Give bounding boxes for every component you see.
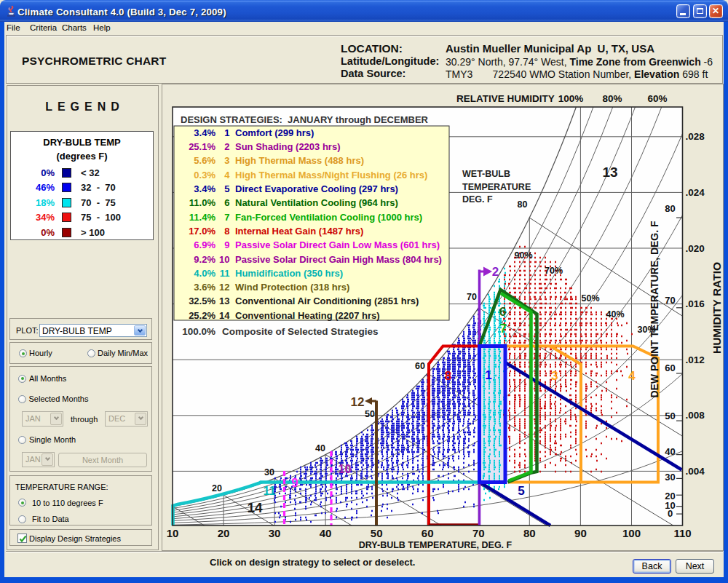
svg-text:Composite of Selected Strategi: Composite of Selected Strategies — [222, 326, 379, 337]
svg-text:3.6%: 3.6% — [194, 282, 215, 293]
svg-text:Comfort (299 hrs): Comfort (299 hrs) — [235, 127, 314, 138]
svg-text:32.5%: 32.5% — [189, 296, 215, 306]
svg-text:80: 80 — [665, 203, 675, 214]
svg-text:80: 80 — [523, 527, 536, 539]
svg-text:.024: .024 — [686, 187, 705, 198]
svg-text:Passive Solar Direct Gain High: Passive Solar Direct Gain High Mass (804… — [235, 254, 442, 265]
svg-text:60%: 60% — [647, 93, 667, 104]
svg-text:25.1%: 25.1% — [189, 141, 215, 152]
svg-text:25.2%: 25.2% — [189, 310, 215, 321]
svg-text:RELATIVE HUMIDITY: RELATIVE HUMIDITY — [456, 93, 555, 104]
svg-text:40: 40 — [320, 527, 332, 539]
svg-text:6: 6 — [224, 197, 229, 208]
svg-text:40%: 40% — [606, 309, 624, 320]
svg-text:WET-BULB: WET-BULB — [462, 169, 510, 179]
svg-text:60: 60 — [422, 527, 434, 539]
svg-text:Conventional Heating (2207 hrs: Conventional Heating (2207 hrs) — [235, 310, 380, 321]
svg-text:30: 30 — [269, 527, 281, 539]
svg-text:9.2%: 9.2% — [194, 254, 215, 265]
svg-text:50: 50 — [371, 527, 383, 539]
svg-text:Natural Ventilation Cooling (9: Natural Ventilation Cooling (964 hrs) — [235, 197, 398, 208]
svg-text:12: 12 — [219, 282, 229, 293]
svg-text:80%: 80% — [602, 93, 622, 104]
svg-text:5: 5 — [224, 183, 229, 194]
svg-text:80: 80 — [518, 199, 528, 210]
svg-text:6: 6 — [499, 305, 506, 319]
svg-text:11.0%: 11.0% — [189, 197, 216, 208]
svg-text:7: 7 — [500, 322, 507, 336]
svg-text:60: 60 — [415, 361, 425, 371]
svg-text:3.4%: 3.4% — [194, 127, 215, 138]
svg-text:DESIGN STRATEGIES: JANUARY th: DESIGN STRATEGIES: JANUARY through DECEM… — [181, 114, 429, 125]
svg-text:Fan-Forced Ventilation Cooling: Fan-Forced Ventilation Cooling (1000 hrs… — [235, 212, 422, 223]
svg-text:50: 50 — [665, 411, 675, 421]
svg-text:10: 10 — [339, 463, 352, 475]
svg-text:12: 12 — [351, 395, 365, 409]
svg-text:5: 5 — [518, 484, 524, 498]
svg-text:3: 3 — [224, 155, 229, 166]
svg-text:9: 9 — [224, 239, 229, 250]
svg-text:70: 70 — [467, 292, 477, 302]
svg-text:6.9%: 6.9% — [194, 239, 215, 250]
svg-text:11: 11 — [264, 485, 276, 497]
svg-text:3.4%: 3.4% — [194, 183, 215, 194]
svg-text:14: 14 — [247, 500, 263, 515]
svg-text:.012: .012 — [686, 354, 705, 365]
svg-text:90: 90 — [574, 527, 587, 539]
svg-text:60: 60 — [665, 362, 675, 373]
svg-text:.008: .008 — [686, 410, 705, 421]
svg-text:3: 3 — [551, 369, 558, 383]
svg-text:.020: .020 — [686, 243, 705, 254]
svg-text:20: 20 — [218, 527, 230, 539]
svg-text:Humidification (350 hrs): Humidification (350 hrs) — [235, 268, 343, 279]
svg-text:DEG. F: DEG. F — [462, 194, 493, 205]
svg-text:8: 8 — [224, 226, 229, 237]
svg-text:0: 0 — [668, 508, 673, 519]
svg-text:1: 1 — [485, 368, 491, 382]
svg-text:70: 70 — [665, 295, 675, 306]
svg-text:4: 4 — [628, 369, 636, 383]
svg-text:100.0%: 100.0% — [182, 326, 215, 337]
svg-text:0.3%: 0.3% — [194, 170, 215, 181]
svg-text:13: 13 — [219, 296, 229, 306]
svg-text:Direct Evaporative Cooling (29: Direct Evaporative Cooling (297 hrs) — [235, 183, 398, 194]
svg-text:TEMPERATURE: TEMPERATURE — [462, 182, 531, 192]
svg-text:Conventional Air Conditioning: Conventional Air Conditioning (2851 hrs) — [235, 296, 419, 306]
svg-text:11.4%: 11.4% — [189, 212, 216, 223]
svg-text:13: 13 — [602, 164, 617, 180]
svg-text:50%: 50% — [581, 293, 599, 304]
svg-text:30: 30 — [264, 467, 274, 477]
svg-text:Wind Protection (318 hrs): Wind Protection (318 hrs) — [235, 282, 349, 293]
svg-text:4.0%: 4.0% — [194, 268, 215, 279]
svg-text:17.0%: 17.0% — [189, 226, 215, 237]
svg-text:70%: 70% — [545, 266, 563, 276]
svg-text:10: 10 — [167, 527, 179, 539]
svg-text:Internal Heat Gain (1487 hrs): Internal Heat Gain (1487 hrs) — [235, 226, 363, 237]
svg-text:8: 8 — [445, 369, 451, 383]
svg-text:40: 40 — [315, 443, 325, 453]
svg-text:DEW POINT TEMPERATURE, DEG. F: DEW POINT TEMPERATURE, DEG. F — [649, 221, 660, 398]
svg-text:40: 40 — [665, 446, 675, 457]
svg-text:2: 2 — [492, 265, 499, 279]
svg-text:9: 9 — [291, 476, 298, 490]
svg-text:110: 110 — [673, 527, 691, 539]
svg-text:High Thermal Mass (488 hrs): High Thermal Mass (488 hrs) — [235, 155, 364, 166]
svg-text:11: 11 — [220, 268, 230, 279]
svg-text:7: 7 — [224, 212, 229, 223]
svg-text:14: 14 — [219, 310, 230, 321]
svg-text:.028: .028 — [686, 131, 705, 142]
svg-text:Sun Shading (2203 hrs): Sun Shading (2203 hrs) — [235, 141, 340, 152]
svg-text:1: 1 — [224, 127, 229, 138]
svg-text:HUMIDITY RATIO: HUMIDITY RATIO — [711, 262, 723, 354]
svg-text:50: 50 — [365, 409, 375, 419]
svg-text:Passive Solar Direct Gain Low: Passive Solar Direct Gain Low Mass (601 … — [235, 239, 440, 250]
svg-text:100%: 100% — [558, 93, 584, 104]
svg-text:30: 30 — [665, 472, 675, 483]
svg-text:70: 70 — [472, 527, 485, 539]
svg-text:2: 2 — [224, 141, 229, 152]
svg-text:20: 20 — [212, 483, 222, 493]
svg-text:.016: .016 — [686, 298, 705, 309]
svg-text:5.6%: 5.6% — [194, 155, 215, 166]
svg-text:100: 100 — [622, 527, 641, 539]
svg-text:10: 10 — [219, 254, 229, 265]
